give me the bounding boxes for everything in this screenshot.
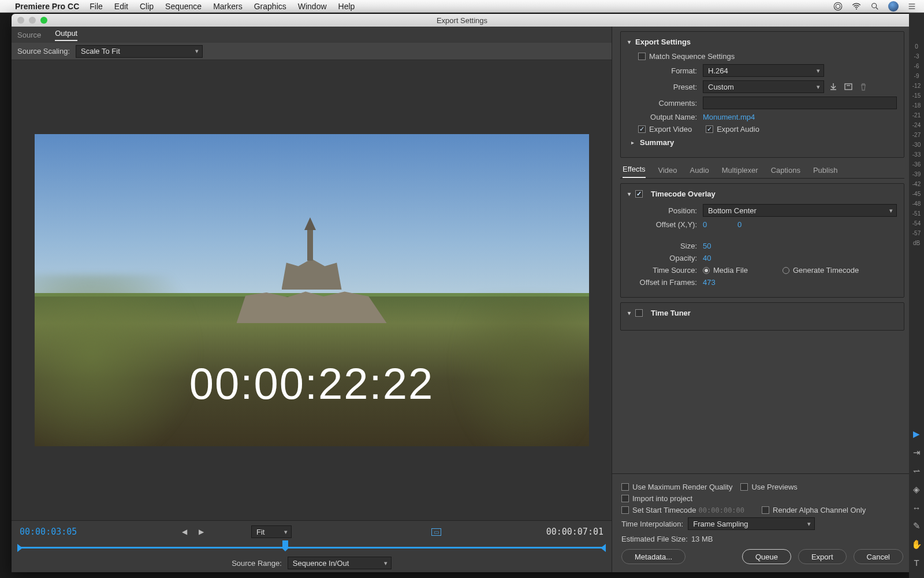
settings-panel: ▾Export Settings Match Sequence Settings… (612, 27, 912, 572)
wifi-icon[interactable] (851, 1, 862, 12)
tab-effects[interactable]: Effects (623, 165, 646, 178)
hand-tool-icon[interactable]: ✋ (911, 539, 922, 550)
slip-tool-icon[interactable]: ↔ (912, 503, 921, 513)
render-alpha-checkbox[interactable] (762, 506, 769, 514)
set-start-timecode-label: Set Start Timecode (632, 506, 696, 514)
next-frame-icon[interactable]: ▶ (199, 528, 204, 536)
delete-preset-icon[interactable] (859, 82, 868, 91)
queue-button[interactable]: Queue (742, 549, 791, 564)
match-sequence-label: Match Sequence Settings (649, 52, 735, 61)
menu-sequence[interactable]: Sequence (165, 2, 202, 11)
offset-x-input[interactable]: 0 (703, 220, 737, 229)
user-avatar-icon[interactable] (888, 1, 899, 12)
aspect-ratio-icon[interactable]: ▭ (431, 528, 441, 536)
tab-multiplexer[interactable]: Multiplexer (722, 166, 758, 178)
rolling-tool-icon[interactable]: ⥋ (913, 466, 921, 476)
playhead[interactable] (282, 540, 288, 549)
save-preset-icon[interactable] (829, 82, 838, 91)
transport-bar: 00:00:03:05 ◀ ▶ Fit ▭ 00:00:07:01 (12, 520, 612, 572)
opacity-label: Opacity: (628, 254, 697, 262)
tab-source[interactable]: Source (17, 31, 41, 39)
notification-center-icon[interactable] (907, 1, 917, 12)
svg-line-4 (876, 8, 878, 9)
tab-output[interactable]: Output (55, 29, 77, 41)
cc-cloud-icon[interactable] (833, 1, 843, 12)
preview-panel: Source Output Source Scaling: Scale To F… (12, 27, 612, 572)
offset-y-input[interactable]: 0 (737, 220, 742, 229)
fit-zoom-select[interactable]: Fit (251, 525, 292, 538)
selection-tool-icon[interactable]: ▶ (913, 429, 920, 439)
metadata-button[interactable]: Metadata... (621, 549, 685, 564)
menu-clip[interactable]: Clip (140, 2, 154, 11)
svg-point-3 (872, 3, 877, 8)
export-video-checkbox[interactable] (638, 125, 646, 133)
rate-tool-icon[interactable]: ◈ (913, 484, 920, 495)
time-source-label: Time Source: (628, 266, 697, 275)
comments-input[interactable] (703, 97, 897, 109)
menu-window[interactable]: Window (298, 2, 327, 11)
format-label: Format: (628, 66, 697, 75)
time-tuner-checkbox[interactable] (635, 309, 643, 317)
media-file-radio[interactable] (703, 267, 710, 274)
generate-timecode-radio[interactable] (783, 267, 789, 274)
export-video-label: Export Video (649, 125, 692, 134)
castle-graphic (237, 228, 387, 323)
format-select[interactable]: H.264 (703, 64, 824, 77)
ripple-tool-icon[interactable]: ⇥ (913, 447, 921, 458)
max-render-quality-label: Use Maximum Render Quality (632, 483, 732, 491)
menu-edit[interactable]: Edit (114, 2, 128, 11)
menu-help[interactable]: Help (338, 2, 355, 11)
opacity-input[interactable]: 40 (703, 254, 711, 262)
preview-frame: 00:00:22:22 (35, 134, 589, 446)
start-timecode-value[interactable]: 00:00:00:00 (699, 506, 744, 514)
import-into-project-checkbox[interactable] (621, 495, 629, 502)
tab-publish[interactable]: Publish (813, 166, 838, 178)
spotlight-icon[interactable] (870, 1, 880, 12)
time-interpolation-select[interactable]: Frame Sampling (688, 517, 815, 530)
timeline-scrubber[interactable] (20, 542, 603, 553)
offset-frames-input[interactable]: 473 (703, 278, 716, 287)
import-preset-icon[interactable] (844, 82, 853, 91)
twisty-icon[interactable]: ▾ (628, 310, 631, 316)
prev-frame-icon[interactable]: ◀ (182, 528, 187, 536)
window-close-button[interactable] (17, 17, 24, 24)
cancel-button[interactable]: Cancel (854, 549, 903, 564)
timecode-overlay-checkbox[interactable] (635, 190, 643, 198)
tab-audio[interactable]: Audio (690, 166, 709, 178)
twisty-icon[interactable]: ▾ (628, 39, 631, 45)
match-sequence-checkbox[interactable] (638, 53, 646, 60)
export-footer: Use Maximum Render Quality Use Previews … (612, 473, 912, 572)
use-previews-checkbox[interactable] (740, 483, 748, 491)
menu-file[interactable]: File (90, 2, 103, 11)
source-range-select[interactable]: Sequence In/Out (288, 557, 392, 569)
tab-video[interactable]: Video (658, 166, 677, 178)
summary-twisty-icon[interactable]: ▸ (631, 139, 634, 146)
output-name-link[interactable]: Monument.mp4 (703, 113, 755, 121)
pen-tool-icon[interactable]: ✎ (913, 521, 921, 531)
preview-viewport[interactable]: 00:00:22:22 (12, 60, 612, 520)
export-button[interactable]: Export (798, 549, 847, 564)
set-start-timecode-checkbox[interactable] (621, 506, 629, 514)
export-audio-checkbox[interactable] (706, 125, 713, 133)
summary-heading[interactable]: Summary (640, 138, 674, 147)
max-render-quality-checkbox[interactable] (621, 483, 629, 491)
window-minimize-button[interactable] (29, 17, 36, 24)
preset-label: Preset: (628, 83, 697, 91)
position-select[interactable]: Bottom Center (703, 204, 897, 217)
source-scaling-select[interactable]: Scale To Fit (76, 45, 203, 58)
menu-markers[interactable]: Markers (213, 2, 243, 11)
in-timecode[interactable]: 00:00:03:05 (20, 527, 77, 537)
output-name-label: Output Name: (628, 113, 697, 121)
window-zoom-button[interactable] (40, 17, 47, 24)
time-tuner-section: ▾ Time Tuner (620, 302, 904, 331)
type-tool-icon[interactable]: T (914, 558, 919, 568)
app-name[interactable]: Premiere Pro CC (15, 2, 79, 11)
out-timecode[interactable]: 00:00:07:01 (546, 527, 603, 537)
menu-graphics[interactable]: Graphics (254, 2, 286, 11)
export-audio-label: Export Audio (717, 125, 759, 134)
tab-captions[interactable]: Captions (771, 166, 800, 178)
preset-select[interactable]: Custom (703, 80, 824, 93)
size-input[interactable]: 50 (703, 242, 711, 250)
export-settings-dialog: Export Settings Source Output Source Sca… (12, 14, 912, 572)
twisty-icon[interactable]: ▾ (628, 191, 631, 197)
